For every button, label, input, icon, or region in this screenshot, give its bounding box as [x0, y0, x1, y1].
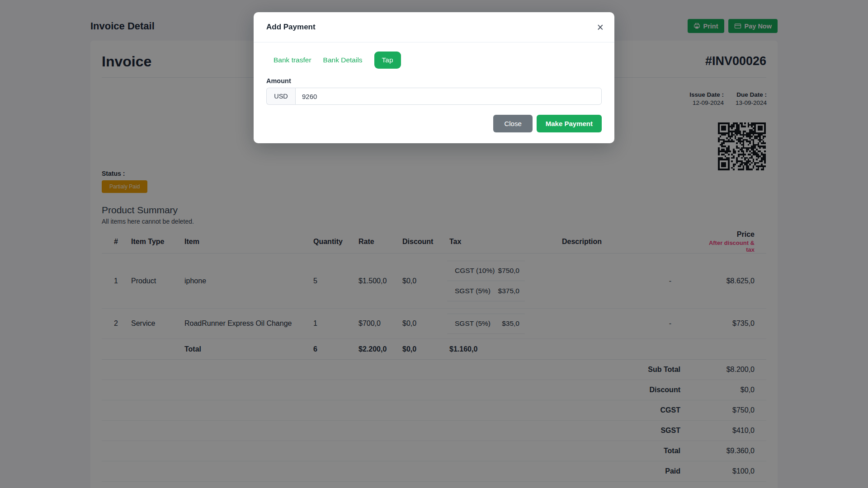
add-payment-modal: Add Payment × Bank trasfer Bank Details … — [254, 12, 614, 143]
tab-bank-details[interactable]: Bank Details — [323, 56, 363, 64]
amount-label: Amount — [266, 77, 602, 84]
tab-bank-transfer[interactable]: Bank trasfer — [274, 56, 311, 64]
amount-input-group: USD — [266, 88, 602, 105]
make-payment-button[interactable]: Make Payment — [537, 115, 602, 132]
payment-tabs: Bank trasfer Bank Details Tap — [266, 52, 602, 69]
close-icon[interactable]: × — [597, 22, 604, 33]
amount-input[interactable] — [295, 88, 602, 105]
modal-title: Add Payment — [266, 23, 316, 32]
modal-footer: Close Make Payment — [254, 105, 614, 143]
modal-header: Add Payment × — [254, 12, 614, 42]
close-button[interactable]: Close — [493, 115, 532, 132]
tab-tap[interactable]: Tap — [374, 52, 401, 69]
currency-prefix: USD — [266, 88, 295, 105]
modal-body: Bank trasfer Bank Details Tap Amount USD — [254, 42, 614, 105]
